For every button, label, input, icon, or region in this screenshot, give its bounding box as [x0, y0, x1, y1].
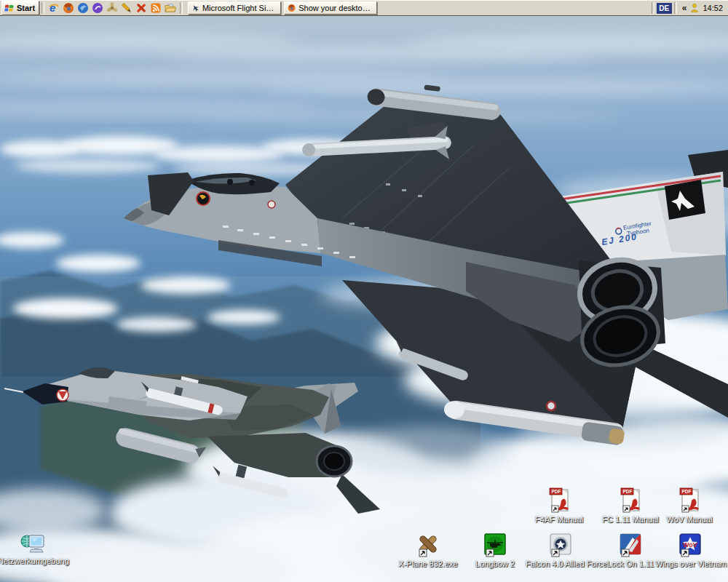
task-button-flight-simulator[interactable]: Microsoft Flight Simulator... — [188, 1, 281, 15]
taskbar-clock[interactable]: 14:52 — [703, 4, 723, 12]
desktop-icon-label: Netzwerkumgebung — [0, 557, 68, 565]
task-button-firefox-window[interactable]: Show your desktop pickt... — [284, 1, 377, 15]
desktop-icon-label: Falcon 4.0 Allied Force — [526, 559, 596, 568]
desktop[interactable]: 13 — [0, 0, 728, 582]
taskbar-separator — [652, 2, 654, 14]
taskbar-separator — [674, 2, 677, 14]
desktop-icon-f4af-manual[interactable]: PDF F4AF Manual — [524, 487, 594, 524]
desktop-icon-xplane[interactable]: X-Plane 832.exe — [393, 533, 463, 568]
purple-messenger-icon[interactable] — [92, 2, 103, 14]
internet-explorer-icon[interactable]: e — [48, 2, 60, 14]
pdf-document-icon: PDF — [618, 487, 643, 514]
falcon4-app-icon — [548, 533, 573, 558]
tray-messenger-icon[interactable] — [689, 3, 700, 13]
propeller-app-icon[interactable] — [106, 2, 118, 14]
wov-app-icon: WoV — [678, 533, 703, 558]
desktop-icon-wings-over-vietnam[interactable]: WoV Wings over Vietnam — [655, 533, 725, 568]
desktop-icon-label: WoV Manual — [654, 515, 724, 524]
firefox-icon — [288, 3, 296, 13]
airplane-icon — [191, 3, 199, 13]
lockon-app-icon — [618, 533, 643, 558]
feed-reader-icon[interactable] — [150, 2, 162, 14]
desktop-icon-falcon4[interactable]: Falcon 4.0 Allied Force — [526, 533, 596, 568]
firefox-icon[interactable] — [63, 2, 74, 14]
pdf-badge-text: PDF — [623, 489, 633, 494]
tray-expand-chevron[interactable]: « — [682, 0, 687, 16]
thunderbird-icon[interactable] — [77, 2, 89, 14]
wov-badge-text: WoV — [683, 541, 697, 549]
svg-text:e: e — [50, 2, 55, 14]
pdf-document-icon: PDF — [547, 487, 571, 514]
system-tray: « 14:52 — [679, 0, 728, 16]
start-label: Start — [17, 4, 35, 12]
screen: 13 — [0, 0, 728, 582]
documents-folder-icon[interactable] — [165, 2, 176, 14]
language-indicator[interactable]: DE — [657, 3, 672, 14]
start-button[interactable]: Start — [1, 1, 39, 15]
desktop-icon-label: Longbow 2 — [460, 559, 530, 568]
desktop-icon-longbow2[interactable]: Longbow 2 — [460, 533, 530, 568]
pdf-document-icon: PDF — [677, 487, 702, 514]
task-button-label: Show your desktop pickt... — [298, 4, 373, 12]
quick-launch-bar: e — [47, 2, 178, 14]
desktop-icon-netzwerkumgebung[interactable]: Netzwerkumgebung — [0, 532, 68, 565]
xplane-app-icon — [416, 533, 440, 558]
taskbar: Start e — [0, 0, 728, 16]
pdf-badge-text: PDF — [682, 489, 692, 494]
desktop-icon-label: Wings over Vietnam — [655, 559, 725, 568]
taskbar-separator — [180, 2, 183, 14]
windows-logo-icon — [4, 3, 15, 13]
taskbar-separator — [41, 2, 44, 14]
pdf-badge-text: PDF — [552, 489, 561, 494]
desktop-icon-wov-manual[interactable]: PDF WoV Manual — [654, 487, 724, 524]
desktop-icon-label: F4AF Manual — [524, 515, 594, 524]
paint-brush-tool-icon[interactable] — [121, 2, 132, 14]
task-button-label: Microsoft Flight Simulator... — [202, 4, 277, 12]
longbow2-app-icon — [483, 533, 507, 558]
desktop-icon-label: X-Plane 832.exe — [393, 559, 463, 568]
red-x-app-icon[interactable] — [135, 2, 147, 14]
network-places-icon — [20, 532, 46, 555]
